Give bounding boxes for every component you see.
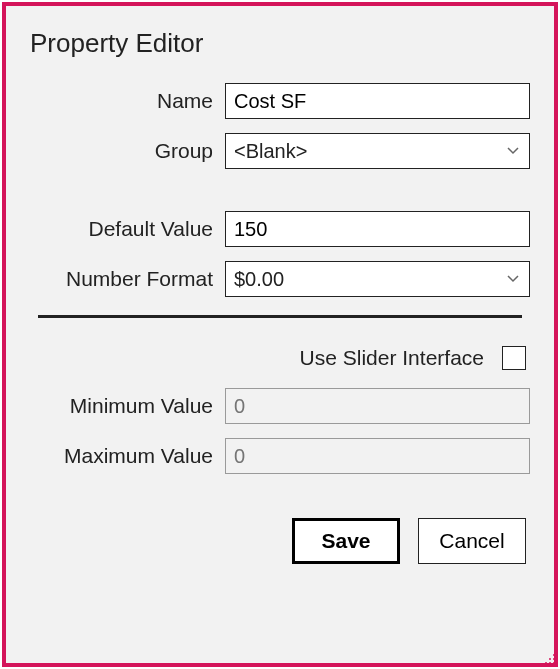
number-format-select[interactable]: $0.00: [225, 261, 530, 297]
group-select-value: <Blank>: [234, 140, 307, 163]
control-max-value: [225, 438, 530, 474]
svg-point-5: [553, 662, 555, 664]
default-value-input[interactable]: [225, 211, 530, 247]
label-group: Group: [30, 139, 225, 163]
control-number-format: $0.00: [225, 261, 530, 297]
row-number-format: Number Format $0.00: [30, 261, 530, 297]
svg-point-1: [549, 658, 551, 660]
resize-grip-icon[interactable]: [540, 649, 556, 665]
row-name: Name: [30, 83, 530, 119]
svg-point-0: [553, 654, 555, 656]
label-number-format: Number Format: [30, 267, 225, 291]
control-name: [225, 83, 530, 119]
row-min-value: Minimum Value: [30, 388, 530, 424]
control-min-value: [225, 388, 530, 424]
use-slider-checkbox[interactable]: [502, 346, 526, 370]
cancel-button[interactable]: Cancel: [418, 518, 526, 564]
group-select[interactable]: <Blank>: [225, 133, 530, 169]
cancel-button-label: Cancel: [439, 529, 504, 553]
svg-point-4: [549, 662, 551, 664]
save-button[interactable]: Save: [292, 518, 400, 564]
row-group: Group <Blank>: [30, 133, 530, 169]
button-row: Save Cancel: [30, 518, 530, 564]
number-format-select-value: $0.00: [234, 268, 284, 291]
svg-point-3: [545, 662, 547, 664]
row-use-slider: Use Slider Interface: [30, 346, 530, 370]
section-gap: [30, 183, 530, 211]
label-use-slider: Use Slider Interface: [300, 346, 484, 370]
label-max-value: Maximum Value: [30, 444, 225, 468]
label-min-value: Minimum Value: [30, 394, 225, 418]
label-name: Name: [30, 89, 225, 113]
property-editor-dialog: Property Editor Name Group <Blank> Defau…: [2, 2, 558, 667]
label-default-value: Default Value: [30, 217, 225, 241]
chevron-down-icon: [507, 275, 519, 283]
row-max-value: Maximum Value: [30, 438, 530, 474]
control-default-value: [225, 211, 530, 247]
min-value-input[interactable]: [225, 388, 530, 424]
chevron-down-icon: [507, 147, 519, 155]
section-divider: [38, 315, 522, 318]
dialog-title: Property Editor: [30, 28, 530, 59]
max-value-input[interactable]: [225, 438, 530, 474]
control-group: <Blank>: [225, 133, 530, 169]
name-input[interactable]: [225, 83, 530, 119]
row-default-value: Default Value: [30, 211, 530, 247]
save-button-label: Save: [321, 529, 370, 553]
svg-point-2: [553, 658, 555, 660]
